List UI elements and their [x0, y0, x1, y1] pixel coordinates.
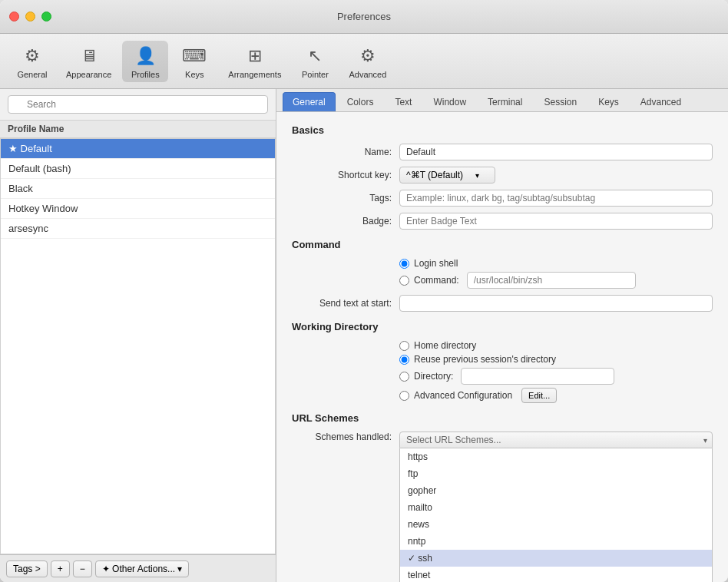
dropdown-list: https ftp gopher mailto: [399, 448, 713, 582]
scheme-nntp[interactable]: nntp: [400, 533, 712, 550]
home-dir-option: Home directory: [399, 340, 614, 351]
scheme-mailto[interactable]: mailto: [400, 499, 712, 516]
send-text-label: Send text at start:: [292, 298, 392, 309]
send-text-input[interactable]: [399, 295, 713, 312]
tags-label: Tags:: [292, 193, 392, 203]
url-schemes-section-title: URL Schemes: [292, 412, 713, 424]
main-content: 🔍 Profile Name ★ Default Default (bash) …: [0, 89, 728, 582]
badge-input[interactable]: [399, 213, 713, 230]
toolbar-advanced[interactable]: ⚙ Advanced: [341, 41, 394, 82]
shortcut-row: Shortcut key: ^⌘T (Default) ▾: [292, 167, 713, 184]
toolbar-appearance[interactable]: 🖥 Appearance: [58, 41, 119, 82]
profile-item-hotkey-window[interactable]: Hotkey Window: [1, 199, 275, 219]
tab-keys[interactable]: Keys: [588, 92, 629, 111]
toolbar-profiles[interactable]: 👤 Profiles: [122, 41, 168, 82]
login-shell-radio[interactable]: [399, 259, 409, 269]
right-panel: General Colors Text Window Terminal Sess…: [276, 89, 728, 582]
profile-list-header: Profile Name: [0, 121, 276, 138]
close-button[interactable]: [9, 12, 19, 21]
profile-item-default[interactable]: ★ Default: [1, 139, 275, 159]
command-section-title: Command: [292, 239, 713, 250]
toolbar-keys[interactable]: ⌨ Keys: [171, 41, 217, 82]
tab-terminal[interactable]: Terminal: [478, 92, 532, 111]
directory-input[interactable]: [461, 368, 614, 385]
directory-radio[interactable]: [399, 372, 409, 382]
sidebar-footer: Tags > + − ✦ Other Actions... ▾: [0, 554, 276, 582]
appearance-icon: 🖥: [77, 44, 101, 68]
working-dir-section-title: Working Directory: [292, 321, 713, 332]
minimize-button[interactable]: [25, 12, 35, 21]
name-label: Name:: [292, 147, 392, 157]
tabs-bar: General Colors Text Window Terminal Sess…: [276, 89, 728, 112]
dropdown-arrow-icon: ▾: [703, 436, 707, 445]
name-input[interactable]: [399, 144, 713, 160]
profile-list: ★ Default Default (bash) Black Hotkey Wi…: [0, 138, 276, 554]
advanced-config-option: Advanced Configuration Edit...: [399, 388, 614, 403]
home-dir-radio[interactable]: [399, 341, 409, 351]
search-wrapper: 🔍: [8, 95, 268, 114]
scheme-ftp[interactable]: ftp: [400, 465, 712, 482]
sidebar: 🔍 Profile Name ★ Default Default (bash) …: [0, 89, 276, 582]
traffic-lights: [9, 12, 51, 21]
toolbar-general-label: General: [17, 70, 47, 79]
command-option: Command:: [399, 272, 636, 289]
scheme-https[interactable]: https: [400, 448, 712, 465]
toolbar-general[interactable]: ⚙ General: [9, 41, 55, 82]
advanced-icon: ⚙: [356, 44, 380, 68]
schemes-row: Schemes handled: Select URL Schemes... ▾…: [292, 432, 713, 582]
login-shell-row: Login shell Command:: [292, 258, 713, 289]
login-shell-option: Login shell: [399, 258, 636, 269]
profiles-icon: 👤: [133, 44, 157, 68]
other-actions-button[interactable]: ✦ Other Actions... ▾: [95, 561, 189, 577]
add-profile-button[interactable]: +: [51, 561, 70, 577]
toolbar-pointer-label: Pointer: [302, 70, 329, 79]
name-row: Name:: [292, 144, 713, 160]
panel-content: Basics Name: Shortcut key: ^⌘T (Default)…: [276, 112, 728, 582]
profile-item-black[interactable]: Black: [1, 179, 275, 199]
badge-row: Badge:: [292, 213, 713, 230]
profile-item-default-bash[interactable]: Default (bash): [1, 159, 275, 179]
command-radio-group: Login shell Command:: [399, 258, 636, 289]
toolbar-arrangements-label: Arrangements: [228, 70, 281, 79]
toolbar-pointer[interactable]: ↖ Pointer: [292, 41, 338, 82]
tags-row: Tags:: [292, 190, 713, 207]
toolbar-appearance-label: Appearance: [66, 70, 111, 79]
tags-button[interactable]: Tags >: [6, 561, 48, 577]
scheme-news[interactable]: news: [400, 516, 712, 533]
send-text-row: Send text at start:: [292, 295, 713, 312]
tab-colors[interactable]: Colors: [337, 92, 384, 111]
shortcut-select[interactable]: ^⌘T (Default) ▾: [399, 167, 495, 184]
shortcut-container: ^⌘T (Default) ▾: [399, 167, 495, 184]
tab-advanced[interactable]: Advanced: [630, 92, 691, 111]
toolbar-advanced-label: Advanced: [349, 70, 386, 79]
working-dir-row: Home directory Reuse previous session's …: [292, 340, 713, 403]
advanced-config-radio[interactable]: [399, 391, 409, 401]
reuse-session-radio[interactable]: [399, 355, 409, 365]
tab-window[interactable]: Window: [423, 92, 476, 111]
tab-session[interactable]: Session: [534, 92, 587, 111]
command-input[interactable]: [467, 272, 636, 289]
working-dir-radio-group: Home directory Reuse previous session's …: [399, 340, 614, 403]
toolbar-arrangements[interactable]: ⊞ Arrangements: [220, 41, 289, 82]
basics-section-title: Basics: [292, 124, 713, 136]
general-icon: ⚙: [20, 44, 45, 68]
profile-item-arsesync[interactable]: arsesync: [1, 219, 275, 239]
reuse-session-option: Reuse previous session's directory: [399, 354, 614, 365]
maximize-button[interactable]: [41, 12, 51, 21]
shortcut-label: Shortcut key:: [292, 170, 392, 180]
scheme-telnet[interactable]: telnet: [400, 567, 712, 582]
dropdown-header[interactable]: Select URL Schemes... ▾: [399, 432, 713, 448]
tab-text[interactable]: Text: [385, 92, 422, 111]
remove-profile-button[interactable]: −: [73, 561, 92, 577]
edit-button[interactable]: Edit...: [521, 388, 557, 403]
preferences-window: Preferences ⚙ General 🖥 Appearance 👤 Pro…: [0, 0, 728, 582]
search-container: 🔍: [0, 89, 276, 121]
tab-general[interactable]: General: [283, 92, 336, 111]
titlebar: Preferences: [0, 0, 728, 34]
toolbar: ⚙ General 🖥 Appearance 👤 Profiles ⌨ Keys…: [0, 34, 728, 89]
tags-input[interactable]: [399, 190, 713, 207]
search-input[interactable]: [8, 95, 268, 114]
scheme-ssh[interactable]: ssh: [400, 550, 712, 567]
command-radio[interactable]: [399, 276, 409, 286]
scheme-gopher[interactable]: gopher: [400, 482, 712, 499]
